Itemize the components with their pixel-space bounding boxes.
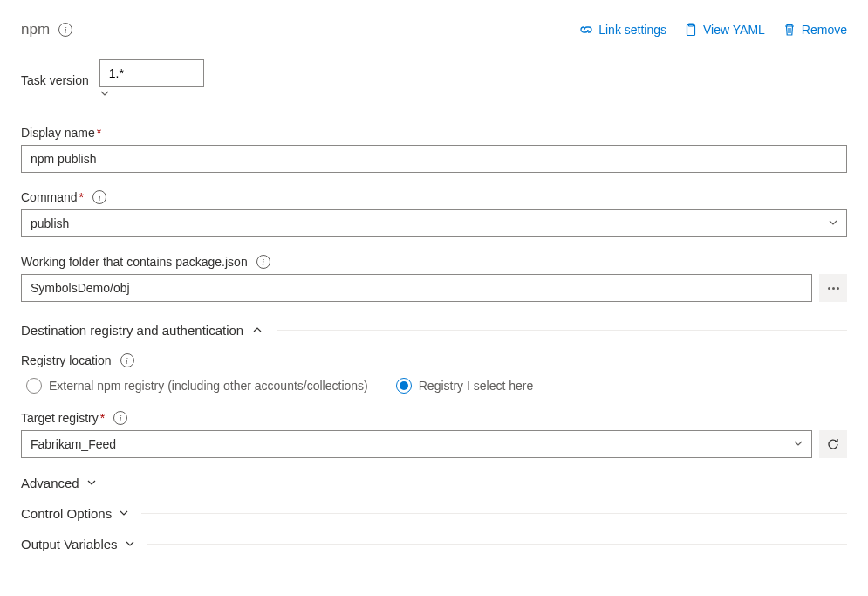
info-icon[interactable]: i <box>58 23 72 37</box>
info-icon[interactable]: i <box>113 411 127 425</box>
advanced-label: Advanced <box>21 476 79 490</box>
command-field: Command* i publish <box>21 190 847 237</box>
radio-external-registry[interactable]: External npm registry (including other a… <box>26 378 368 394</box>
task-version-field: Task version 1.* <box>21 59 847 101</box>
ellipsis-icon <box>828 287 839 290</box>
title-group: npm i <box>21 21 72 38</box>
divider <box>277 330 847 331</box>
control-options-section[interactable]: Control Options <box>21 506 847 521</box>
chevron-down-icon <box>99 87 110 101</box>
radio-select-here[interactable]: Registry I select here <box>396 378 534 394</box>
chevron-down-icon <box>86 476 97 490</box>
view-yaml-label: View YAML <box>703 23 765 37</box>
clipboard-icon <box>684 23 698 37</box>
working-folder-input[interactable] <box>21 274 812 302</box>
command-label: Command* <box>21 190 84 204</box>
radio-icon <box>26 378 42 394</box>
link-settings-button[interactable]: Link settings <box>579 23 666 37</box>
browse-button[interactable] <box>819 274 847 302</box>
display-name-label: Display name* <box>21 126 101 140</box>
info-icon[interactable]: i <box>256 255 270 269</box>
link-settings-label: Link settings <box>598 23 666 37</box>
header-row: npm i Link settings View YAML Remove <box>21 21 847 38</box>
view-yaml-button[interactable]: View YAML <box>684 23 765 37</box>
trash-icon <box>783 23 796 37</box>
registry-location-label: Registry location <box>21 353 112 367</box>
target-registry-field: Target registry* i Fabrikam_Feed <box>21 411 847 458</box>
registry-location-field: Registry location i External npm registr… <box>21 353 847 394</box>
radio-icon-selected <box>396 378 412 394</box>
radio-select-here-label: Registry I select here <box>419 379 534 393</box>
advanced-section[interactable]: Advanced <box>21 476 847 490</box>
target-registry-label: Target registry* <box>21 411 105 425</box>
refresh-button[interactable] <box>819 430 847 458</box>
working-folder-field: Working folder that contains package.jso… <box>21 255 847 302</box>
output-variables-section[interactable]: Output Variables <box>21 537 847 551</box>
command-select[interactable]: publish <box>21 209 847 237</box>
task-version-label: Task version <box>21 73 89 87</box>
divider <box>141 513 847 514</box>
page-title: npm <box>21 21 50 38</box>
divider <box>109 483 847 483</box>
chevron-down-icon <box>119 506 129 521</box>
header-actions: Link settings View YAML Remove <box>579 23 847 37</box>
destination-section-title: Destination registry and authentication <box>21 323 243 338</box>
chevron-down-icon <box>125 537 135 551</box>
chevron-up-icon <box>252 323 263 338</box>
target-registry-select[interactable]: Fabrikam_Feed <box>21 430 812 458</box>
destination-section-header[interactable]: Destination registry and authentication <box>21 323 847 338</box>
link-icon <box>579 23 593 37</box>
divider <box>147 544 847 545</box>
info-icon[interactable]: i <box>92 190 106 204</box>
radio-external-label: External npm registry (including other a… <box>49 379 368 393</box>
task-version-select[interactable]: 1.* <box>99 59 204 87</box>
remove-label: Remove <box>802 23 847 37</box>
control-options-label: Control Options <box>21 506 112 521</box>
display-name-field: Display name* <box>21 126 847 173</box>
info-icon[interactable]: i <box>120 353 134 367</box>
display-name-input[interactable] <box>21 145 847 173</box>
remove-button[interactable]: Remove <box>783 23 847 37</box>
output-variables-label: Output Variables <box>21 537 118 551</box>
working-folder-label: Working folder that contains package.jso… <box>21 255 248 269</box>
refresh-icon <box>826 437 840 451</box>
